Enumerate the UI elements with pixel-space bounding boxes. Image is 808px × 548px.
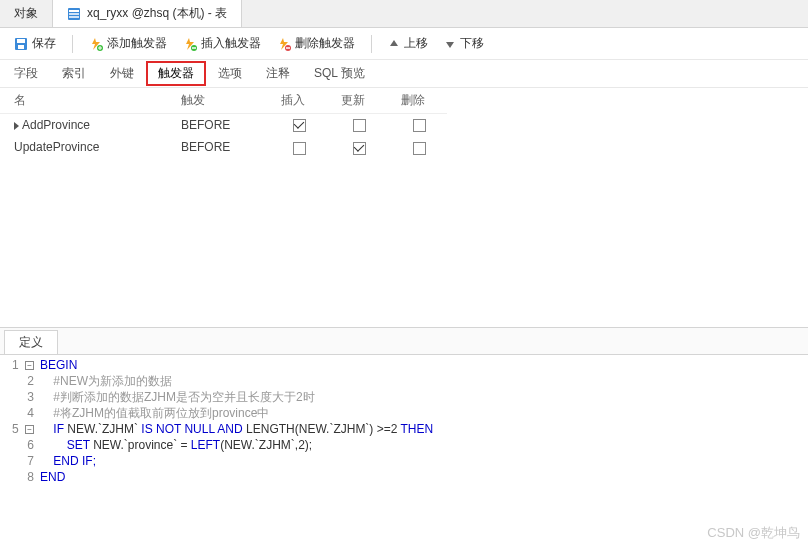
tab-indexes[interactable]: 索引 [50, 61, 98, 86]
cell-name: AddProvince [22, 118, 90, 132]
code-content[interactable]: BEGIN #NEW为新添加的数据 #判断添加的数据ZJHM是否为空并且长度大于… [40, 355, 433, 525]
header-delete[interactable]: 删除 [387, 88, 447, 114]
subtabs: 字段 索引 外键 触发器 选项 注释 SQL 预览 [0, 60, 808, 88]
tab-fields[interactable]: 字段 [2, 61, 50, 86]
definition-tabs: 定义 [0, 328, 808, 355]
tok: LENGTH [243, 422, 295, 436]
fold-icon[interactable]: − [25, 425, 34, 434]
insert-trigger-label: 插入触发器 [201, 35, 261, 52]
code-line: END [40, 470, 65, 484]
arrow-up-icon [388, 38, 400, 50]
checkbox-update[interactable] [353, 119, 366, 132]
svg-rect-6 [18, 45, 24, 49]
save-button[interactable]: 保存 [8, 33, 62, 54]
insert-trigger-button[interactable]: 插入触发器 [177, 33, 267, 54]
save-icon [14, 37, 28, 51]
tab-foreign-keys[interactable]: 外键 [98, 61, 146, 86]
cell-trigger: BEFORE [181, 118, 230, 132]
lightning-insert-icon [183, 37, 197, 51]
tok: NEW.`ZJHM` [64, 422, 141, 436]
move-up-button[interactable]: 上移 [382, 33, 434, 54]
tok: (NEW.`ZJHM`,2); [220, 438, 312, 452]
code-editor[interactable]: 1 − 234 5 − 678 BEGIN #NEW为新添加的数据 #判断添加的… [0, 355, 808, 525]
code-line: END IF; [40, 454, 96, 468]
kw: IS NOT NULL AND [141, 422, 242, 436]
triggers-grid: 名 触发 插入 更新 删除 AddProvinceBEFOREUpdatePro… [0, 88, 447, 159]
header-trigger[interactable]: 触发 [167, 88, 267, 114]
tok: NEW.`province` = [90, 438, 191, 452]
move-down-button[interactable]: 下移 [438, 33, 490, 54]
tab-table-title: xq_ryxx @zhsq (本机) - 表 [87, 5, 227, 22]
save-label: 保存 [32, 35, 56, 52]
tab-definition[interactable]: 定义 [4, 330, 58, 354]
cell-trigger: BEFORE [181, 140, 230, 154]
header-insert[interactable]: 插入 [267, 88, 327, 114]
svg-rect-1 [69, 10, 79, 12]
lightning-delete-icon [277, 37, 291, 51]
add-trigger-label: 添加触发器 [107, 35, 167, 52]
delete-trigger-button[interactable]: 删除触发器 [271, 33, 361, 54]
watermark: CSDN @乾坤鸟 [707, 524, 800, 542]
lightning-add-icon [89, 37, 103, 51]
checkbox-insert[interactable] [293, 142, 306, 155]
arrow-down-icon [444, 38, 456, 50]
svg-rect-2 [69, 13, 79, 15]
code-line: BEGIN [40, 358, 77, 372]
fold-icon[interactable]: − [25, 361, 34, 370]
toolbar: 保存 添加触发器 插入触发器 删除触发器 上移 下移 [0, 28, 808, 60]
line-gutter: 1 − 234 5 − 678 [0, 355, 40, 525]
svg-rect-5 [17, 39, 25, 43]
move-down-label: 下移 [460, 35, 484, 52]
table-row[interactable]: UpdateProvinceBEFORE [0, 136, 447, 158]
tab-sql-preview[interactable]: SQL 预览 [302, 61, 377, 86]
tab-comment[interactable]: 注释 [254, 61, 302, 86]
checkbox-delete[interactable] [413, 119, 426, 132]
kw: IF [40, 422, 64, 436]
move-up-label: 上移 [404, 35, 428, 52]
code-line: #将ZJHM的值截取前两位放到province中 [40, 406, 269, 420]
add-trigger-button[interactable]: 添加触发器 [83, 33, 173, 54]
checkbox-update[interactable] [353, 142, 366, 155]
separator [371, 35, 372, 53]
tok: (NEW.`ZJHM`) >=2 [295, 422, 401, 436]
cell-name: UpdateProvince [14, 140, 99, 154]
code-line: #NEW为新添加的数据 [40, 374, 172, 388]
kw: THEN [401, 422, 434, 436]
checkbox-delete[interactable] [413, 142, 426, 155]
code-line: #判断添加的数据ZJHM是否为空并且长度大于2时 [40, 390, 315, 404]
table-row[interactable]: AddProvinceBEFORE [0, 114, 447, 137]
tab-objects-label: 对象 [14, 5, 38, 22]
svg-rect-3 [69, 16, 79, 18]
kw: SET [40, 438, 90, 452]
tab-objects[interactable]: 对象 [0, 0, 53, 27]
separator [72, 35, 73, 53]
current-row-icon [14, 122, 19, 130]
tab-table[interactable]: xq_ryxx @zhsq (本机) - 表 [53, 0, 242, 27]
top-tabs: 对象 xq_ryxx @zhsq (本机) - 表 [0, 0, 808, 28]
kw: LEFT [191, 438, 220, 452]
tab-triggers[interactable]: 触发器 [146, 61, 206, 86]
table-icon [67, 7, 81, 21]
header-name[interactable]: 名 [0, 88, 167, 114]
delete-trigger-label: 删除触发器 [295, 35, 355, 52]
header-update[interactable]: 更新 [327, 88, 387, 114]
checkbox-insert[interactable] [293, 119, 306, 132]
tab-options[interactable]: 选项 [206, 61, 254, 86]
